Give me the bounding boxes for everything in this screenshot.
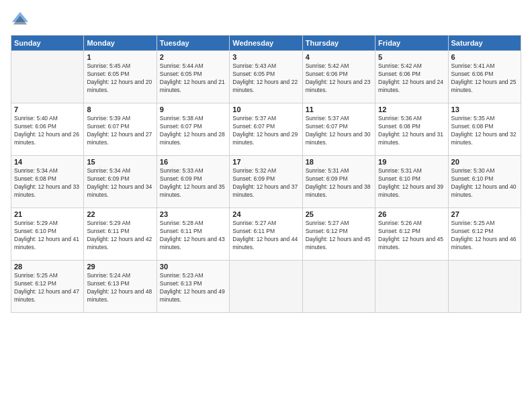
weekday-header-saturday: Saturday xyxy=(448,36,521,51)
day-number: 17 xyxy=(232,158,299,166)
day-number: 1 xyxy=(87,53,153,61)
day-number: 14 xyxy=(14,158,81,166)
calendar-cell: 27Sunrise: 5:25 AMSunset: 6:12 PMDayligh… xyxy=(448,208,521,261)
day-number: 19 xyxy=(378,158,445,166)
cell-info: Sunrise: 5:40 AMSunset: 6:06 PMDaylight:… xyxy=(14,115,81,147)
calendar-week-1: 1Sunrise: 5:45 AMSunset: 6:05 PMDaylight… xyxy=(11,51,521,103)
day-number: 29 xyxy=(87,263,153,271)
day-number: 16 xyxy=(160,158,226,166)
calendar-cell: 6Sunrise: 5:41 AMSunset: 6:06 PMDaylight… xyxy=(448,51,521,103)
day-number: 2 xyxy=(160,53,226,61)
calendar-cell xyxy=(375,261,448,313)
calendar-cell: 5Sunrise: 5:42 AMSunset: 6:06 PMDaylight… xyxy=(375,51,448,103)
cell-info: Sunrise: 5:30 AMSunset: 6:10 PMDaylight:… xyxy=(451,167,518,199)
calendar-cell: 22Sunrise: 5:29 AMSunset: 6:11 PMDayligh… xyxy=(84,208,157,261)
cell-info: Sunrise: 5:36 AMSunset: 6:08 PMDaylight:… xyxy=(378,115,445,147)
calendar-cell: 15Sunrise: 5:34 AMSunset: 6:09 PMDayligh… xyxy=(84,156,157,208)
calendar-table: SundayMondayTuesdayWednesdayThursdayFrid… xyxy=(11,35,521,313)
calendar-week-5: 28Sunrise: 5:25 AMSunset: 6:12 PMDayligh… xyxy=(11,261,521,313)
day-number: 15 xyxy=(87,158,153,166)
day-number: 9 xyxy=(160,105,226,113)
cell-info: Sunrise: 5:34 AMSunset: 6:09 PMDaylight:… xyxy=(87,167,153,199)
day-number: 11 xyxy=(306,105,372,113)
calendar-cell: 2Sunrise: 5:44 AMSunset: 6:05 PMDaylight… xyxy=(157,51,229,103)
cell-info: Sunrise: 5:38 AMSunset: 6:07 PMDaylight:… xyxy=(160,115,226,147)
calendar-cell: 8Sunrise: 5:39 AMSunset: 6:07 PMDaylight… xyxy=(84,103,157,156)
calendar-cell: 25Sunrise: 5:27 AMSunset: 6:12 PMDayligh… xyxy=(302,208,375,261)
day-number: 25 xyxy=(306,210,372,218)
calendar-cell: 29Sunrise: 5:24 AMSunset: 6:13 PMDayligh… xyxy=(84,261,157,313)
day-number: 4 xyxy=(306,53,372,61)
day-number: 7 xyxy=(14,105,81,113)
cell-info: Sunrise: 5:33 AMSunset: 6:09 PMDaylight:… xyxy=(160,167,226,199)
calendar-cell: 1Sunrise: 5:45 AMSunset: 6:05 PMDaylight… xyxy=(84,51,157,103)
calendar-cell xyxy=(302,261,375,313)
page-container: SundayMondayTuesdayWednesdayThursdayFrid… xyxy=(0,0,532,320)
calendar-week-2: 7Sunrise: 5:40 AMSunset: 6:06 PMDaylight… xyxy=(11,103,521,156)
cell-info: Sunrise: 5:29 AMSunset: 6:10 PMDaylight:… xyxy=(14,220,81,252)
cell-info: Sunrise: 5:24 AMSunset: 6:13 PMDaylight:… xyxy=(87,272,153,304)
cell-info: Sunrise: 5:29 AMSunset: 6:11 PMDaylight:… xyxy=(87,220,153,252)
day-number: 10 xyxy=(232,105,299,113)
cell-info: Sunrise: 5:27 AMSunset: 6:12 PMDaylight:… xyxy=(306,220,372,252)
cell-info: Sunrise: 5:23 AMSunset: 6:13 PMDaylight:… xyxy=(160,272,226,304)
header-row: SundayMondayTuesdayWednesdayThursdayFrid… xyxy=(11,36,521,51)
day-number: 24 xyxy=(232,210,299,218)
weekday-header-tuesday: Tuesday xyxy=(157,36,229,51)
weekday-header-monday: Monday xyxy=(84,36,157,51)
cell-info: Sunrise: 5:43 AMSunset: 6:05 PMDaylight:… xyxy=(232,62,299,95)
day-number: 12 xyxy=(378,105,445,113)
calendar-cell: 11Sunrise: 5:37 AMSunset: 6:07 PMDayligh… xyxy=(302,103,375,156)
calendar-cell: 19Sunrise: 5:31 AMSunset: 6:10 PMDayligh… xyxy=(375,156,448,208)
cell-info: Sunrise: 5:34 AMSunset: 6:08 PMDaylight:… xyxy=(14,167,81,199)
day-number: 6 xyxy=(451,53,518,61)
cell-info: Sunrise: 5:44 AMSunset: 6:05 PMDaylight:… xyxy=(160,62,226,95)
calendar-cell: 26Sunrise: 5:26 AMSunset: 6:12 PMDayligh… xyxy=(375,208,448,261)
cell-info: Sunrise: 5:26 AMSunset: 6:12 PMDaylight:… xyxy=(378,220,445,252)
calendar-cell: 3Sunrise: 5:43 AMSunset: 6:05 PMDaylight… xyxy=(230,51,302,103)
cell-info: Sunrise: 5:28 AMSunset: 6:11 PMDaylight:… xyxy=(160,220,226,252)
weekday-header-wednesday: Wednesday xyxy=(230,36,302,51)
cell-info: Sunrise: 5:27 AMSunset: 6:11 PMDaylight:… xyxy=(232,220,299,252)
cell-info: Sunrise: 5:37 AMSunset: 6:07 PMDaylight:… xyxy=(306,115,372,147)
cell-info: Sunrise: 5:37 AMSunset: 6:07 PMDaylight:… xyxy=(232,115,299,147)
cell-info: Sunrise: 5:42 AMSunset: 6:06 PMDaylight:… xyxy=(306,62,372,95)
day-number: 26 xyxy=(378,210,445,218)
cell-info: Sunrise: 5:31 AMSunset: 6:10 PMDaylight:… xyxy=(378,167,445,199)
calendar-cell: 4Sunrise: 5:42 AMSunset: 6:06 PMDaylight… xyxy=(302,51,375,103)
calendar-cell: 10Sunrise: 5:37 AMSunset: 6:07 PMDayligh… xyxy=(230,103,302,156)
calendar-week-3: 14Sunrise: 5:34 AMSunset: 6:08 PMDayligh… xyxy=(11,156,521,208)
day-number: 8 xyxy=(87,105,153,113)
calendar-cell xyxy=(448,261,521,313)
day-number: 3 xyxy=(232,53,299,61)
calendar-cell: 14Sunrise: 5:34 AMSunset: 6:08 PMDayligh… xyxy=(11,156,84,208)
logo xyxy=(11,11,32,30)
calendar-header: SundayMondayTuesdayWednesdayThursdayFrid… xyxy=(11,36,521,51)
day-number: 27 xyxy=(451,210,518,218)
calendar-cell: 18Sunrise: 5:31 AMSunset: 6:09 PMDayligh… xyxy=(302,156,375,208)
calendar-cell: 30Sunrise: 5:23 AMSunset: 6:13 PMDayligh… xyxy=(157,261,229,313)
calendar-cell xyxy=(11,51,84,103)
calendar-cell: 7Sunrise: 5:40 AMSunset: 6:06 PMDaylight… xyxy=(11,103,84,156)
day-number: 18 xyxy=(306,158,372,166)
calendar-cell: 12Sunrise: 5:36 AMSunset: 6:08 PMDayligh… xyxy=(375,103,448,156)
calendar-week-4: 21Sunrise: 5:29 AMSunset: 6:10 PMDayligh… xyxy=(11,208,521,261)
weekday-header-sunday: Sunday xyxy=(11,36,84,51)
logo-icon xyxy=(11,11,30,30)
day-number: 20 xyxy=(451,158,518,166)
weekday-header-thursday: Thursday xyxy=(302,36,375,51)
cell-info: Sunrise: 5:45 AMSunset: 6:05 PMDaylight:… xyxy=(87,62,153,95)
day-number: 22 xyxy=(87,210,153,218)
cell-info: Sunrise: 5:39 AMSunset: 6:07 PMDaylight:… xyxy=(87,115,153,147)
calendar-cell: 23Sunrise: 5:28 AMSunset: 6:11 PMDayligh… xyxy=(157,208,229,261)
cell-info: Sunrise: 5:41 AMSunset: 6:06 PMDaylight:… xyxy=(451,62,518,95)
calendar-body: 1Sunrise: 5:45 AMSunset: 6:05 PMDaylight… xyxy=(11,51,521,313)
cell-info: Sunrise: 5:31 AMSunset: 6:09 PMDaylight:… xyxy=(306,167,372,199)
calendar-cell: 20Sunrise: 5:30 AMSunset: 6:10 PMDayligh… xyxy=(448,156,521,208)
calendar-cell: 24Sunrise: 5:27 AMSunset: 6:11 PMDayligh… xyxy=(230,208,302,261)
calendar-cell: 17Sunrise: 5:32 AMSunset: 6:09 PMDayligh… xyxy=(230,156,302,208)
calendar-cell: 13Sunrise: 5:35 AMSunset: 6:08 PMDayligh… xyxy=(448,103,521,156)
calendar-cell: 28Sunrise: 5:25 AMSunset: 6:12 PMDayligh… xyxy=(11,261,84,313)
cell-info: Sunrise: 5:42 AMSunset: 6:06 PMDaylight:… xyxy=(378,62,445,95)
cell-info: Sunrise: 5:32 AMSunset: 6:09 PMDaylight:… xyxy=(232,167,299,199)
